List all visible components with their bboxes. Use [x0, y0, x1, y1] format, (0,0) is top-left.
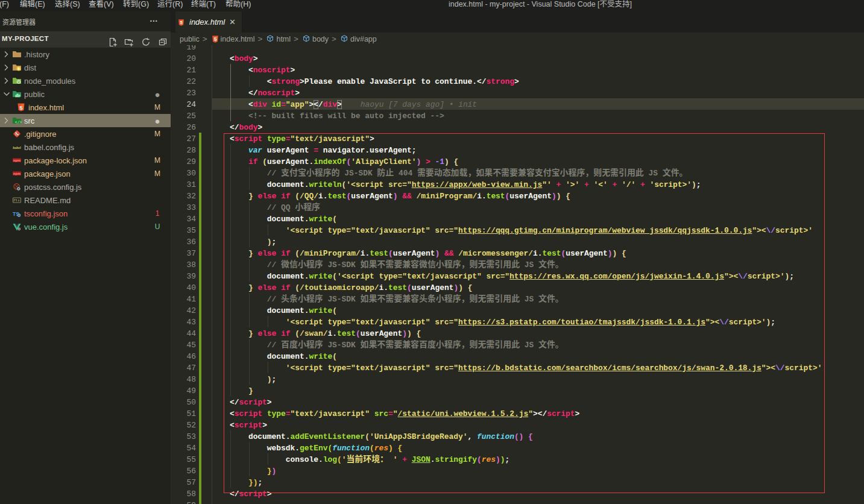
svg-text:</>: </> — [15, 121, 22, 125]
svg-text:5: 5 — [19, 104, 23, 111]
svg-text:npm: npm — [13, 172, 20, 175]
svg-text:5: 5 — [213, 36, 216, 42]
svg-text:npm: npm — [13, 159, 20, 162]
svg-text:babel: babel — [13, 146, 21, 150]
svg-text:5: 5 — [180, 20, 183, 25]
